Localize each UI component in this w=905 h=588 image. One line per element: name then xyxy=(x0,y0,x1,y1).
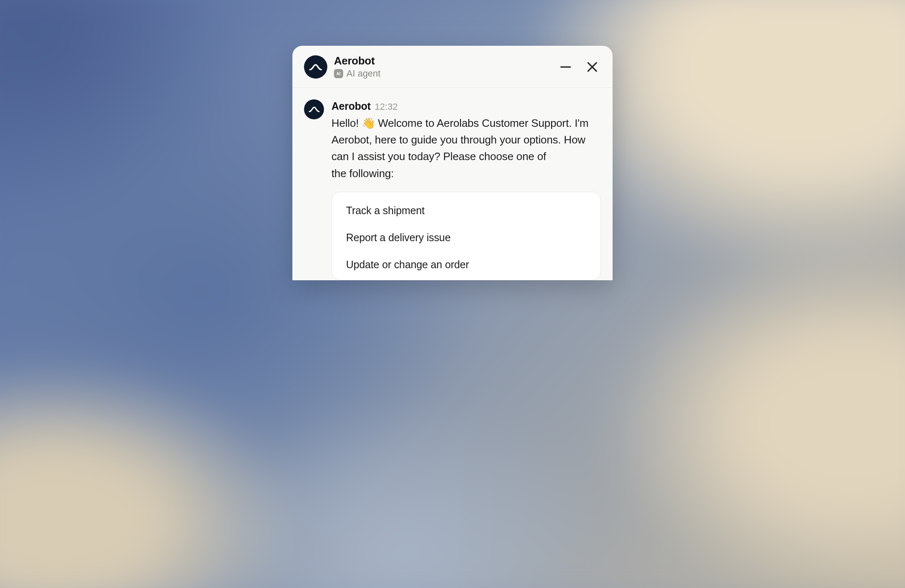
chat-body: Aerobot 12:32 Hello! 👋 Welcome to Aerola… xyxy=(292,88,613,280)
message-avatar xyxy=(304,99,324,119)
message-content: Aerobot 12:32 Hello! 👋 Welcome to Aerola… xyxy=(331,99,601,280)
message-author: Aerobot xyxy=(331,100,371,112)
message-meta: Aerobot 12:32 xyxy=(331,100,601,112)
chat-subtitle-row: AI agent xyxy=(334,68,553,79)
aerobot-logo-icon xyxy=(308,103,320,115)
close-button[interactable] xyxy=(586,61,598,73)
chat-window: Aerobot AI agent xyxy=(292,46,613,280)
chat-header: Aerobot AI agent xyxy=(292,46,613,88)
chat-subtitle: AI agent xyxy=(346,68,381,79)
ai-badge-icon xyxy=(334,69,343,78)
message-text: Hello! 👋 Welcome to Aerolabs Customer Su… xyxy=(331,115,601,182)
message-timestamp: 12:32 xyxy=(375,101,398,112)
close-icon xyxy=(586,61,598,73)
option-report-delivery-issue[interactable]: Report a delivery issue xyxy=(332,224,601,251)
message-row: Aerobot 12:32 Hello! 👋 Welcome to Aerola… xyxy=(304,99,601,280)
aerobot-logo-icon xyxy=(309,60,323,74)
svg-rect-0 xyxy=(340,72,341,75)
option-track-shipment[interactable]: Track a shipment xyxy=(332,197,601,224)
chat-header-text: Aerobot AI agent xyxy=(334,55,553,79)
options-card: Track a shipment Report a delivery issue… xyxy=(331,192,601,280)
bot-avatar xyxy=(304,55,327,79)
option-update-order[interactable]: Update or change an order xyxy=(332,251,601,278)
chat-title: Aerobot xyxy=(334,55,553,67)
minimize-icon xyxy=(559,61,572,73)
chat-header-actions xyxy=(559,61,598,73)
minimize-button[interactable] xyxy=(559,61,572,73)
